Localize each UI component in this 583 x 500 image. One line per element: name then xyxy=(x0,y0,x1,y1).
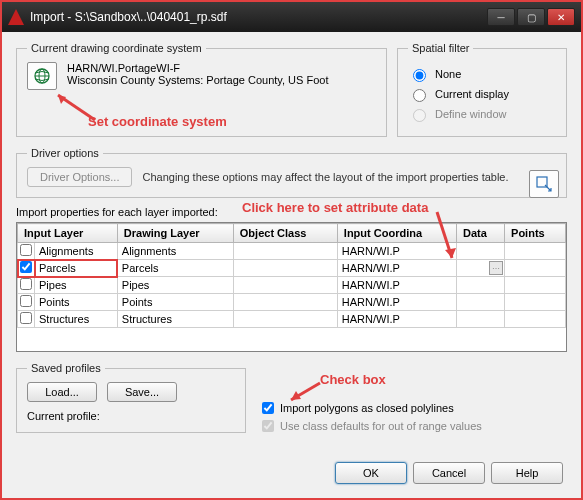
col-drawing-layer[interactable]: Drawing Layer xyxy=(117,224,233,243)
cell-drawing-layer[interactable]: Points xyxy=(117,294,233,311)
spatial-none-radio[interactable] xyxy=(413,69,426,82)
driver-options-text: Changing these options may affect the la… xyxy=(142,171,556,183)
cell-object-class[interactable] xyxy=(233,277,337,294)
coordinate-system-group: Current drawing coordinate system HARN/W… xyxy=(16,42,387,137)
layer-checkbox[interactable] xyxy=(20,295,32,307)
layer-checkbox[interactable] xyxy=(20,261,32,273)
spatial-current-label: Current display xyxy=(435,88,509,100)
data-ellipsis-button[interactable]: ⋯ xyxy=(489,261,503,275)
col-input-coord[interactable]: Input Coordina xyxy=(337,224,456,243)
coordinate-system-code: HARN/WI.PortageWI-F xyxy=(67,62,328,74)
driver-options-group: Driver options Driver Options... Changin… xyxy=(16,147,567,198)
cell-data[interactable] xyxy=(456,311,504,328)
spatial-define-label: Define window xyxy=(435,108,507,120)
spatial-filter-legend: Spatial filter xyxy=(408,42,473,54)
cell-object-class[interactable] xyxy=(233,243,337,260)
spatial-define-radio xyxy=(413,109,426,122)
maximize-button[interactable]: ▢ xyxy=(517,8,545,26)
table-row[interactable]: AlignmentsAlignmentsHARN/WI.P xyxy=(18,243,566,260)
app-icon xyxy=(8,9,24,25)
spatial-none-label: None xyxy=(435,68,461,80)
cell-object-class[interactable] xyxy=(233,294,337,311)
cell-input-coord[interactable]: HARN/WI.P xyxy=(337,243,456,260)
col-input-layer[interactable]: Input Layer xyxy=(18,224,118,243)
current-profile-label: Current profile: xyxy=(27,410,100,422)
col-data[interactable]: Data xyxy=(456,224,504,243)
cell-input-coord[interactable]: HARN/WI.P xyxy=(337,294,456,311)
cell-drawing-layer[interactable]: Structures xyxy=(117,311,233,328)
cell-input-layer[interactable]: Structures xyxy=(35,311,118,328)
cell-data[interactable] xyxy=(456,277,504,294)
cancel-button[interactable]: Cancel xyxy=(413,462,485,484)
layer-table: Input Layer Drawing Layer Object Class I… xyxy=(16,222,567,352)
coordinate-system-description: Wisconsin County Systems: Portage County… xyxy=(67,74,328,86)
col-points[interactable]: Points xyxy=(505,224,566,243)
table-row[interactable]: PipesPipesHARN/WI.P xyxy=(18,277,566,294)
cell-object-class[interactable] xyxy=(233,260,337,277)
save-profile-button[interactable]: Save... xyxy=(107,382,177,402)
import-polygons-checkbox[interactable] xyxy=(262,402,274,414)
table-row[interactable]: StructuresStructuresHARN/WI.P xyxy=(18,311,566,328)
cell-points[interactable] xyxy=(505,260,566,277)
selection-window-icon xyxy=(535,175,553,193)
saved-profiles-group: Saved profiles Load... Save... Current p… xyxy=(16,362,246,433)
col-object-class[interactable]: Object Class xyxy=(233,224,337,243)
table-row[interactable]: PointsPointsHARN/WI.P xyxy=(18,294,566,311)
cell-drawing-layer[interactable]: Parcels xyxy=(117,260,233,277)
cell-drawing-layer[interactable]: Pipes xyxy=(117,277,233,294)
cell-input-layer[interactable]: Parcels xyxy=(35,260,118,277)
layer-checkbox[interactable] xyxy=(20,244,32,256)
layer-checkbox[interactable] xyxy=(20,312,32,324)
cell-points[interactable] xyxy=(505,243,566,260)
close-button[interactable]: ✕ xyxy=(547,8,575,26)
cell-data[interactable]: ⋯ xyxy=(456,260,504,277)
coordinate-system-legend: Current drawing coordinate system xyxy=(27,42,206,54)
load-profile-button[interactable]: Load... xyxy=(27,382,97,402)
cell-input-layer[interactable]: Points xyxy=(35,294,118,311)
layer-checkbox[interactable] xyxy=(20,278,32,290)
cell-points[interactable] xyxy=(505,294,566,311)
cell-data[interactable] xyxy=(456,294,504,311)
driver-options-legend: Driver options xyxy=(27,147,103,159)
define-window-button[interactable] xyxy=(529,170,559,198)
class-defaults-label: Use class defaults for out of range valu… xyxy=(280,420,482,432)
cell-data[interactable] xyxy=(456,243,504,260)
cell-input-layer[interactable]: Pipes xyxy=(35,277,118,294)
cell-points[interactable] xyxy=(505,277,566,294)
spatial-filter-group: Spatial filter None Current display Defi… xyxy=(397,42,567,137)
class-defaults-checkbox xyxy=(262,420,274,432)
set-coordinate-system-button[interactable] xyxy=(27,62,57,90)
cell-drawing-layer[interactable]: Alignments xyxy=(117,243,233,260)
minimize-button[interactable]: ─ xyxy=(487,8,515,26)
globe-icon xyxy=(33,67,51,85)
saved-profiles-legend: Saved profiles xyxy=(27,362,105,374)
cell-points[interactable] xyxy=(505,311,566,328)
window-title: Import - S:\Sandbox\..\040401_rp.sdf xyxy=(30,10,487,24)
cell-input-layer[interactable]: Alignments xyxy=(35,243,118,260)
cell-object-class[interactable] xyxy=(233,311,337,328)
cell-input-coord[interactable]: HARN/WI.P xyxy=(337,277,456,294)
titlebar: Import - S:\Sandbox\..\040401_rp.sdf ─ ▢… xyxy=(2,2,581,32)
ok-button[interactable]: OK xyxy=(335,462,407,484)
import-polygons-label: Import polygons as closed polylines xyxy=(280,402,454,414)
driver-options-button: Driver Options... xyxy=(27,167,132,187)
cell-input-coord[interactable]: HARN/WI.P xyxy=(337,260,456,277)
cell-input-coord[interactable]: HARN/WI.P xyxy=(337,311,456,328)
table-row[interactable]: ParcelsParcelsHARN/WI.P⋯ xyxy=(18,260,566,277)
spatial-current-radio[interactable] xyxy=(413,89,426,102)
help-button[interactable]: Help xyxy=(491,462,563,484)
import-properties-label: Import properties for each layer importe… xyxy=(16,206,567,218)
